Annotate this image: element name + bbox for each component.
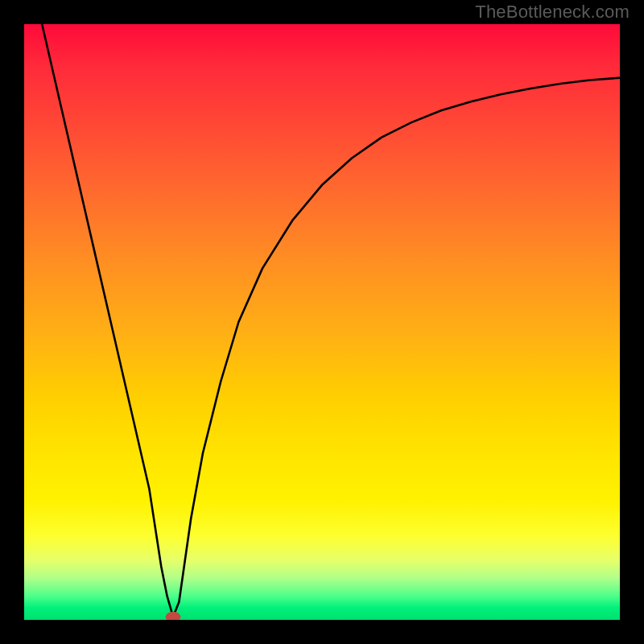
minimum-marker xyxy=(166,612,180,620)
watermark-text: TheBottleneck.com xyxy=(475,2,630,23)
chart-frame: TheBottleneck.com xyxy=(0,0,644,644)
bottleneck-curve xyxy=(42,24,620,617)
curve-svg xyxy=(24,24,620,620)
plot-area xyxy=(24,24,620,620)
